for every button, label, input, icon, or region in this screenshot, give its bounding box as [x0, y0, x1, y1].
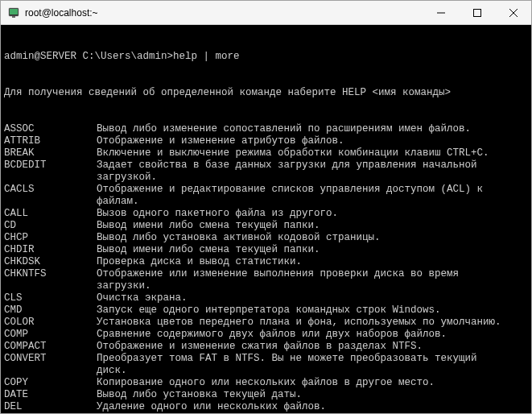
help-header: Для получения сведений об определенной к… [4, 87, 528, 99]
window: root@localhost:~ admin@SERVER C:\Users\a… [0, 0, 532, 414]
window-controls [423, 1, 531, 24]
command-description: Преобразует тома FAT в NTFS. Вы не может… [97, 353, 528, 365]
command-row: загрузки. [4, 280, 528, 292]
command-name: CHKNTFS [4, 268, 97, 280]
command-row: CHDIRВывод имени либо смена текущей папк… [4, 244, 528, 256]
command-description: диск. [97, 365, 528, 377]
minimize-button[interactable] [423, 1, 459, 24]
command-description: Отображение или изменение выполнения про… [97, 268, 528, 280]
command-description: Отображение и изменение атрибутов файлов… [97, 135, 528, 147]
command-name: BREAK [4, 147, 97, 159]
svg-rect-1 [10, 9, 18, 14]
command-name: CALL [4, 208, 97, 220]
command-description: загрузки. [97, 280, 528, 292]
command-description: загрузкой. [97, 172, 528, 184]
command-name: ATTRIB [4, 135, 97, 147]
command-row: CHCPВывод либо установка активной кодово… [4, 232, 528, 244]
maximize-button[interactable] [459, 1, 495, 24]
command-row: CHKDSKПроверка диска и вывод статистики. [4, 256, 528, 268]
window-title: root@localhost:~ [25, 7, 423, 19]
command-description: файлам. [97, 196, 528, 208]
command-description: Вызов одного пакетного файла из другого. [97, 208, 528, 220]
command-name: COPY [4, 377, 97, 389]
svg-rect-2 [12, 16, 15, 18]
command-list: ASSOCВывод либо изменение сопоставлений … [4, 123, 528, 413]
command-description: Отображение и изменение сжатия файлов в … [97, 341, 528, 353]
command-description: Включение и выключение режима обработки … [97, 147, 528, 159]
command-description: Вывод имени либо смена текущей папки. [97, 244, 528, 256]
command-description: Удаление одного или нескольких файлов. [97, 401, 528, 413]
app-icon [7, 6, 20, 19]
command-description: Проверка диска и вывод статистики. [97, 256, 528, 268]
command-description: Задает свойства в базе данных загрузки д… [97, 159, 528, 172]
command-row: ASSOCВывод либо изменение сопоставлений … [4, 123, 528, 135]
command-row: CACLSОтображение и редактирование списко… [4, 184, 528, 196]
command-name: CMD [4, 304, 97, 317]
prompt-line: admin@SERVER C:\Users\admin>help | more [4, 51, 528, 63]
command-description: Вывод либо установка активной кодовой ст… [97, 232, 528, 244]
command-row: CDВывод имени либо смена текущей папки. [4, 220, 528, 232]
command-name: CLS [4, 292, 97, 304]
command-row: DELУдаление одного или нескольких файлов… [4, 401, 528, 413]
command-description: Запуск еще одного интерпретатора командн… [97, 304, 528, 317]
command-name: CHKDSK [4, 256, 97, 268]
command-row: COPYКопирование одного или нескольких фа… [4, 377, 528, 389]
command-row: COLORУстановка цветов переднего плана и … [4, 317, 528, 329]
command-description: Отображение и редактирование списков упр… [97, 184, 528, 196]
command-row: CLSОчистка экрана. [4, 292, 528, 304]
command-name: CD [4, 220, 97, 232]
command-row: COMPACTОтображение и изменение сжатия фа… [4, 341, 528, 353]
command-text: help | more [173, 51, 240, 62]
terminal[interactable]: admin@SERVER C:\Users\admin>help | more … [1, 25, 531, 413]
command-name: COMPACT [4, 341, 97, 353]
command-name: CACLS [4, 184, 97, 196]
command-description: Установка цветов переднего плана и фона,… [97, 317, 528, 329]
command-name: ASSOC [4, 123, 97, 135]
close-button[interactable] [495, 1, 531, 24]
command-row: загрузкой. [4, 172, 528, 184]
command-name: COMP [4, 329, 97, 341]
command-row: CMDЗапуск еще одного интерпретатора кома… [4, 304, 528, 317]
command-name: CHDIR [4, 244, 97, 256]
command-description: Очистка экрана. [97, 292, 528, 304]
prompt: admin@SERVER C:\Users\admin> [4, 51, 173, 62]
command-description: Копирование одного или нескольких файлов… [97, 377, 528, 389]
command-row: BREAKВключение и выключение режима обраб… [4, 147, 528, 159]
command-row: CHKNTFSОтображение или изменение выполне… [4, 268, 528, 280]
command-name: DATE [4, 389, 97, 401]
command-description: Вывод имени либо смена текущей папки. [97, 220, 528, 232]
command-description: Сравнение содержимого двух файлов или дв… [97, 329, 528, 341]
svg-rect-4 [473, 9, 480, 16]
titlebar: root@localhost:~ [1, 1, 531, 25]
command-name: CHCP [4, 232, 97, 244]
command-name: CONVERT [4, 353, 97, 365]
command-name: DEL [4, 401, 97, 413]
command-row: CALLВызов одного пакетного файла из друг… [4, 208, 528, 220]
command-row: DATEВывод либо установка текущей даты. [4, 389, 528, 401]
command-row: BCDEDITЗадает свойства в базе данных заг… [4, 159, 528, 172]
command-row: файлам. [4, 196, 528, 208]
command-name: COLOR [4, 317, 97, 329]
command-row: ATTRIBОтображение и изменение атрибутов … [4, 135, 528, 147]
command-row: COMPСравнение содержимого двух файлов ил… [4, 329, 528, 341]
command-description: Вывод либо установка текущей даты. [97, 389, 528, 401]
command-row: CONVERTПреобразует тома FAT в NTFS. Вы н… [4, 353, 528, 365]
command-description: Вывод либо изменение сопоставлений по ра… [97, 123, 528, 135]
command-name: BCDEDIT [4, 159, 97, 172]
command-row: диск. [4, 365, 528, 377]
